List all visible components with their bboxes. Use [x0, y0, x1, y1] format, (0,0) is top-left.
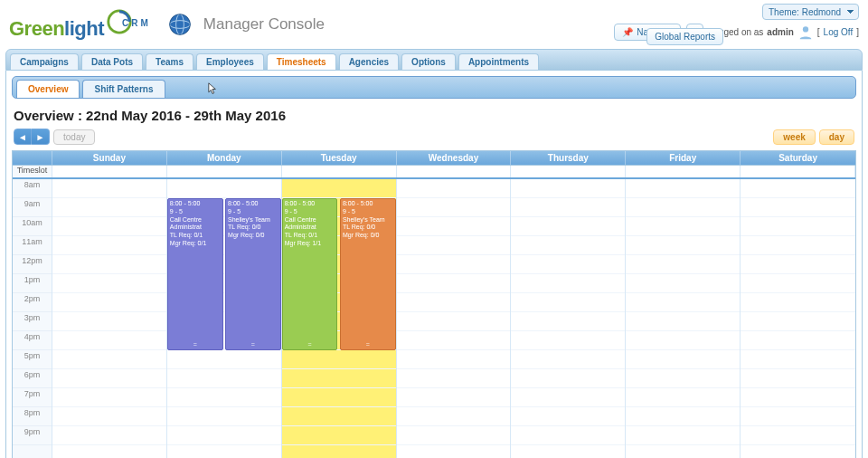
- cursor-icon: [208, 82, 217, 95]
- main-tab-teams[interactable]: Teams: [146, 53, 193, 70]
- time-label: 7pm: [13, 388, 52, 407]
- login-info: Logged on as admin [ Log Off ]: [709, 24, 859, 41]
- event-team: Call Centre Administrat: [285, 216, 335, 233]
- page-title: Manager Console: [203, 15, 325, 33]
- day-column-sunday[interactable]: [52, 179, 167, 458]
- day-header-tuesday: Tuesday: [282, 151, 397, 165]
- week-view-button[interactable]: week: [773, 129, 815, 145]
- theme-select[interactable]: Theme: Redmond: [762, 4, 859, 20]
- time-label: 8am: [13, 179, 52, 198]
- event-resize-handle[interactable]: =: [283, 341, 337, 349]
- event-resize-handle[interactable]: =: [341, 341, 395, 349]
- sub-tabs-bar: OverviewShift Patterns: [12, 76, 856, 99]
- main-tab-options[interactable]: Options: [401, 53, 456, 70]
- event-resize-handle[interactable]: =: [168, 341, 222, 349]
- time-label: 1pm: [13, 274, 52, 293]
- event-tl-req: TL Req: 0/0: [343, 224, 393, 232]
- main-tab-campaigns[interactable]: Campaigns: [10, 53, 79, 70]
- main-tabs-bar: CampaignsData PotsTeamsEmployeesTimeshee…: [5, 49, 863, 71]
- calendar-event[interactable]: 8:00 - 5:009 - 5Call Centre AdministratT…: [167, 198, 223, 350]
- event-team: Shelley's Team: [228, 216, 278, 224]
- time-label: 5pm: [13, 350, 52, 369]
- event-team: Shelley's Team: [343, 216, 393, 224]
- day-column-friday[interactable]: [626, 179, 741, 458]
- time-label: 2pm: [13, 293, 52, 312]
- event-shift: 9 - 5: [228, 208, 278, 216]
- calendar-event[interactable]: 8:00 - 5:009 - 5Call Centre AdministratT…: [282, 198, 338, 350]
- day-view-button[interactable]: day: [819, 129, 854, 145]
- day-header-wednesday: Wednesday: [397, 151, 512, 165]
- today-button[interactable]: today: [53, 129, 95, 145]
- event-time: 8:00 - 5:00: [343, 200, 393, 208]
- logo-text-1: Green: [9, 17, 64, 41]
- overview-heading: Overview : 22nd May 2016 - 29th May 2016: [12, 99, 856, 129]
- event-tl-req: TL Req: 0/1: [170, 232, 221, 240]
- prev-button[interactable]: ◄: [14, 129, 32, 145]
- next-button[interactable]: ►: [32, 129, 50, 145]
- user-icon: [797, 24, 814, 41]
- time-label: 10am: [13, 217, 52, 236]
- calendar-body: 8am9am10am11am12pm1pm2pm3pm4pm5pm6pm7pm8…: [13, 179, 855, 458]
- globe-icon[interactable]: [167, 12, 193, 37]
- event-tl-req: TL Req: 0/0: [228, 224, 278, 232]
- sub-tab-shift-patterns[interactable]: Shift Patterns: [82, 80, 165, 98]
- logo-text-2: light: [64, 17, 104, 41]
- day-column-thursday[interactable]: [511, 179, 626, 458]
- event-time: 8:00 - 5:00: [170, 200, 221, 208]
- time-label: 3pm: [13, 312, 52, 331]
- calendar-event[interactable]: 8:00 - 5:009 - 5Shelley's TeamTL Req: 0/…: [225, 198, 281, 350]
- pin-icon: 📌: [622, 27, 633, 37]
- calendar: SundayMondayTuesdayWednesdayThursdayFrid…: [12, 150, 856, 458]
- event-shift: 9 - 5: [343, 208, 393, 216]
- day-header-thursday: Thursday: [511, 151, 626, 165]
- time-label: 4pm: [13, 331, 52, 350]
- time-label: 9pm: [13, 426, 52, 445]
- event-resize-handle[interactable]: =: [226, 341, 280, 349]
- day-column-monday[interactable]: 8:00 - 5:009 - 5Call Centre AdministratT…: [167, 179, 282, 458]
- day-header-sunday: Sunday: [52, 151, 167, 165]
- calendar-header: SundayMondayTuesdayWednesdayThursdayFrid…: [13, 151, 855, 165]
- day-header-friday: Friday: [626, 151, 741, 165]
- view-toggle: week day: [773, 129, 854, 145]
- time-label: 8pm: [13, 407, 52, 426]
- login-user: admin: [767, 27, 793, 37]
- main-tab-agencies[interactable]: Agencies: [339, 53, 399, 70]
- sub-tab-overview[interactable]: Overview: [16, 80, 80, 98]
- event-shift: 9 - 5: [170, 208, 221, 216]
- event-team: Call Centre Administrat: [170, 216, 221, 233]
- date-nav-buttons: ◄ ►: [14, 129, 50, 145]
- event-tl-req: TL Req: 0/1: [285, 232, 335, 240]
- main-tab-appointments[interactable]: Appointments: [458, 53, 539, 70]
- logo-subtext: CRM: [122, 18, 151, 28]
- day-column-wednesday[interactable]: [397, 179, 512, 458]
- time-label: 9am: [13, 198, 52, 217]
- main-tab-employees[interactable]: Employees: [196, 53, 264, 70]
- event-shift: 9 - 5: [285, 208, 335, 216]
- event-time: 8:00 - 5:00: [285, 200, 335, 208]
- time-label: 6pm: [13, 369, 52, 388]
- timeslot-label: Timeslot: [13, 166, 52, 177]
- day-column-tuesday[interactable]: 8:00 - 5:009 - 5Call Centre AdministratT…: [282, 179, 397, 458]
- global-reports-button[interactable]: Global Reports: [646, 28, 723, 45]
- day-header-monday: Monday: [167, 151, 282, 165]
- logoff-link[interactable]: Log Off: [824, 27, 854, 37]
- calendar-event[interactable]: 8:00 - 5:009 - 5Shelley's TeamTL Req: 0/…: [340, 198, 396, 350]
- time-label: 11am: [13, 236, 52, 255]
- day-header-saturday: Saturday: [741, 151, 855, 165]
- event-mgr-req: Mgr Req: 0/0: [343, 232, 393, 240]
- event-mgr-req: Mgr Req: 1/1: [285, 240, 335, 248]
- event-time: 8:00 - 5:00: [228, 200, 278, 208]
- main-tab-data-pots[interactable]: Data Pots: [81, 53, 143, 70]
- svg-point-5: [803, 26, 808, 32]
- event-mgr-req: Mgr Req: 0/0: [228, 232, 278, 240]
- main-tab-timesheets[interactable]: Timesheets: [267, 53, 336, 70]
- app-logo: Greenlight: [9, 8, 133, 41]
- event-mgr-req: Mgr Req: 0/1: [170, 240, 221, 248]
- time-column: 8am9am10am11am12pm1pm2pm3pm4pm5pm6pm7pm8…: [13, 179, 52, 458]
- time-label: 12pm: [13, 255, 52, 274]
- day-column-saturday[interactable]: [741, 179, 855, 458]
- calendar-all-day-row: Timeslot: [13, 165, 855, 177]
